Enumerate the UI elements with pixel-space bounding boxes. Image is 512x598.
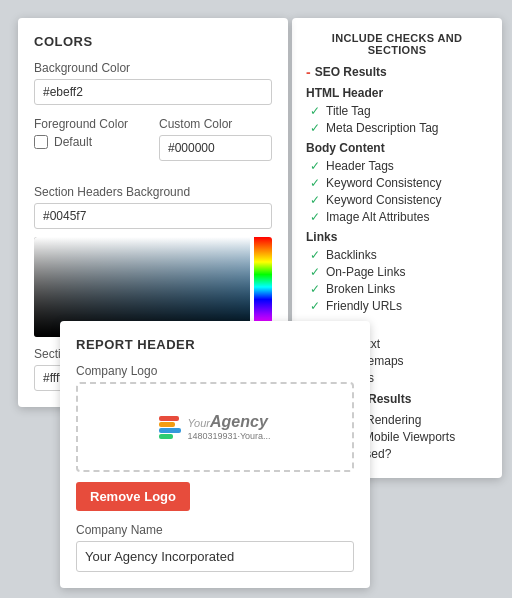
check-icon-onpage: ✓	[310, 265, 320, 279]
check-icon-friendly: ✓	[310, 299, 320, 313]
check-label-meta: Meta Description Tag	[326, 121, 439, 135]
check-keyword-1[interactable]: ✓ Keyword Consistency	[306, 176, 488, 190]
fg-default-checkbox[interactable]	[34, 135, 48, 149]
fg-color-label: Foreground Color	[34, 117, 147, 131]
check-label-friendly: Friendly URLs	[326, 299, 402, 313]
seo-section-label: SEO Results	[315, 65, 387, 79]
check-header-tags[interactable]: ✓ Header Tags	[306, 159, 488, 173]
check-label-kw2: Keyword Consistency	[326, 193, 441, 207]
check-icon-title: ✓	[310, 104, 320, 118]
check-icon-kw2: ✓	[310, 193, 320, 207]
colors-title: COLORS	[34, 34, 272, 49]
check-label-broken: Broken Links	[326, 282, 395, 296]
logo-text-block: Your Agency 1480319931·Youra...	[187, 413, 270, 441]
company-name-label: Company Name	[76, 523, 354, 537]
bg-color-label: Background Color	[34, 61, 272, 75]
check-title-tag[interactable]: ✓ Title Tag	[306, 104, 488, 118]
remove-logo-button[interactable]: Remove Logo	[76, 482, 190, 511]
report-panel: REPORT HEADER Company Logo Your Agency 1…	[60, 321, 370, 588]
fg-default-label: Default	[54, 135, 92, 149]
check-onpage-links[interactable]: ✓ On-Page Links	[306, 265, 488, 279]
check-keyword-2[interactable]: ✓ Keyword Consistency	[306, 193, 488, 207]
body-content-title: Body Content	[306, 141, 488, 155]
check-label-onpage: On-Page Links	[326, 265, 405, 279]
seo-section-toggle[interactable]: - SEO Results	[306, 64, 488, 80]
check-label-title: Title Tag	[326, 104, 371, 118]
check-meta-desc[interactable]: ✓ Meta Description Tag	[306, 121, 488, 135]
check-label-img-alt: Image Alt Attributes	[326, 210, 429, 224]
check-icon-kw1: ✓	[310, 176, 320, 190]
report-title: REPORT HEADER	[76, 337, 354, 352]
links-title: Links	[306, 230, 488, 244]
check-label-kw1: Keyword Consistency	[326, 176, 441, 190]
check-broken-links[interactable]: ✓ Broken Links	[306, 282, 488, 296]
check-label-backlinks: Backlinks	[326, 248, 377, 262]
html-header-title: HTML Header	[306, 86, 488, 100]
seo-dash-icon: -	[306, 64, 311, 80]
company-name-input[interactable]	[76, 541, 354, 572]
check-icon-backlinks: ✓	[310, 248, 320, 262]
bg-color-input[interactable]	[34, 79, 272, 105]
logo-subtext: 1480319931·Youra...	[187, 431, 270, 441]
check-icon-meta: ✓	[310, 121, 320, 135]
custom-color-input[interactable]	[159, 135, 272, 161]
logo-preview: Your Agency 1480319931·Youra...	[159, 413, 270, 441]
check-label-header-tags: Header Tags	[326, 159, 394, 173]
check-backlinks[interactable]: ✓ Backlinks	[306, 248, 488, 262]
check-icon-header-tags: ✓	[310, 159, 320, 173]
section-headers-bg-label: Section Headers Background	[34, 185, 272, 199]
section-headers-bg-input[interactable]	[34, 203, 272, 229]
custom-color-label: Custom Color	[159, 117, 272, 131]
check-friendly-urls[interactable]: ✓ Friendly URLs	[306, 299, 488, 313]
check-icon-broken: ✓	[310, 282, 320, 296]
check-image-alt[interactable]: ✓ Image Alt Attributes	[306, 210, 488, 224]
company-logo-label: Company Logo	[76, 364, 354, 378]
logo-icon	[159, 416, 181, 439]
check-icon-img-alt: ✓	[310, 210, 320, 224]
logo-upload-area[interactable]: Your Agency 1480319931·Youra...	[76, 382, 354, 472]
checks-title: INCLUDE CHECKS AND SECTIONS	[306, 32, 488, 56]
